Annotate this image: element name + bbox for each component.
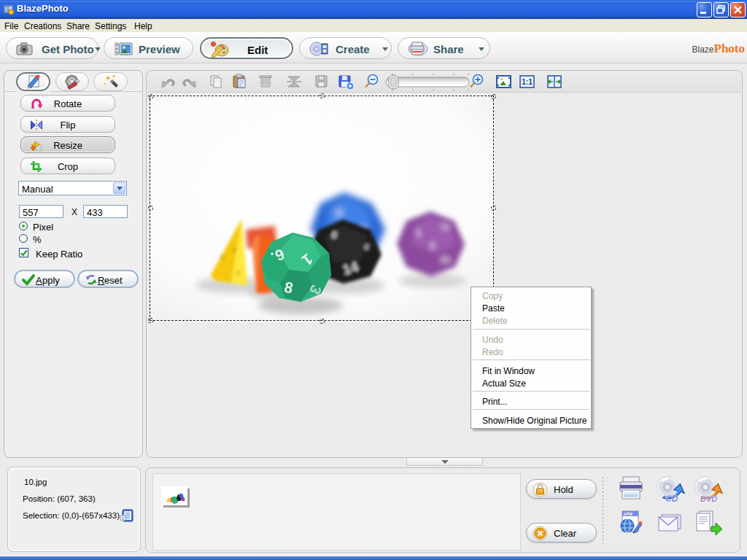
svg-text:CD: CD [665, 494, 678, 503]
svg-text:HTM: HTM [624, 512, 632, 516]
svg-text:1:1: 1:1 [522, 78, 533, 86]
svg-text:DVD: DVD [700, 494, 717, 503]
